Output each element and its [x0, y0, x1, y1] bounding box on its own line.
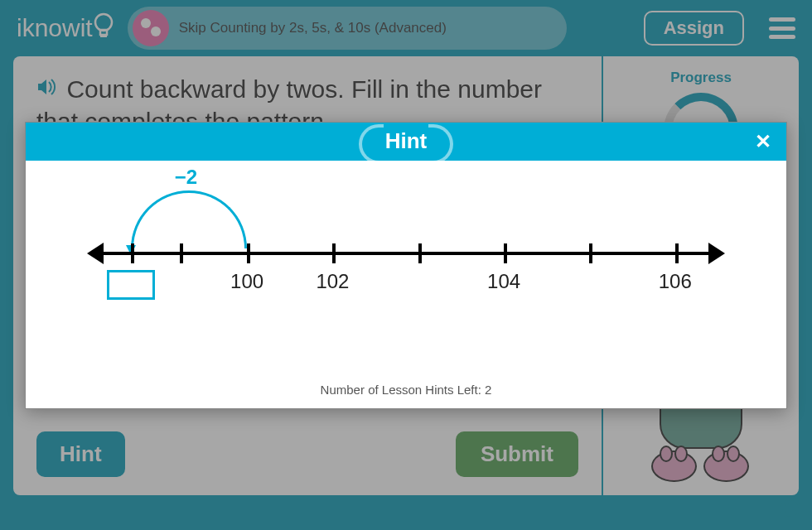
line-axis: 100102104106 — [100, 252, 712, 255]
hints-remaining-text: Number of Lesson Hints Left: 2 — [26, 376, 786, 408]
close-icon[interactable]: ✕ — [755, 130, 771, 153]
tick-mark — [332, 243, 336, 263]
tick-mark — [247, 243, 250, 263]
tick-label: 104 — [487, 270, 520, 293]
tick-mark — [675, 243, 679, 263]
hint-modal: Hint ✕ −2 100102104106 Number of Lesson … — [25, 122, 787, 409]
tick-mark — [131, 243, 134, 263]
tick-mark — [180, 243, 183, 263]
answer-box — [107, 270, 155, 300]
tick-mark — [418, 243, 422, 263]
modal-overlay[interactable]: Hint ✕ −2 100102104106 Number of Lesson … — [0, 0, 812, 530]
modal-body: −2 100102104106 — [26, 161, 786, 376]
number-line: −2 100102104106 — [100, 252, 712, 255]
arrow-right-icon — [708, 243, 725, 264]
tick-mark — [504, 243, 507, 263]
app-root: iknowit Skip Counting by 2s, 5s, & 10s (… — [0, 0, 812, 530]
modal-header: Hint ✕ — [26, 123, 786, 161]
tick-label: 102 — [316, 270, 349, 293]
arc-label: −2 — [175, 166, 197, 189]
arrow-left-icon — [87, 243, 104, 264]
modal-title: Hint — [370, 128, 442, 154]
jump-arc — [131, 190, 247, 248]
tick-mark — [589, 243, 592, 263]
tick-label: 100 — [230, 270, 263, 293]
tick-label: 106 — [659, 270, 692, 293]
